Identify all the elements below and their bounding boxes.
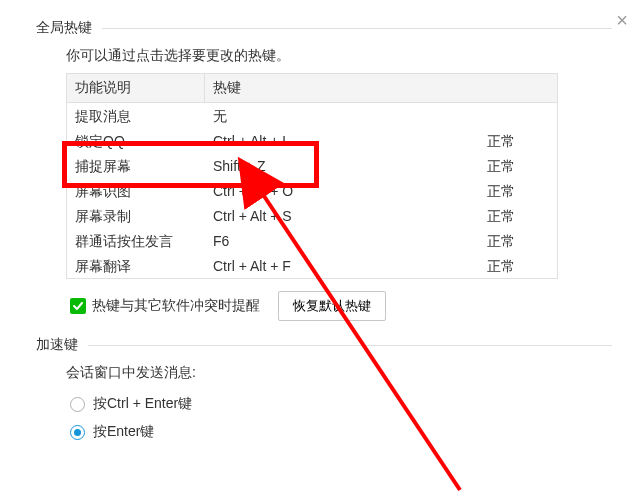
- radio-icon: [70, 425, 85, 440]
- send-message-label: 会话窗口中发送消息:: [66, 364, 612, 382]
- send-radio-group: 按Ctrl + Enter键 按Enter键: [66, 390, 612, 446]
- hotkey-table: 功能说明 热键 提取消息 无 锁定QQ Ctrl + Alt + L 正常: [66, 73, 558, 279]
- row-key: Shift + Z: [205, 154, 445, 178]
- conflict-checkbox[interactable]: 热键与其它软件冲突时提醒: [70, 297, 260, 315]
- row-key: Ctrl + Alt + L: [205, 129, 445, 153]
- close-icon[interactable]: ×: [616, 10, 628, 30]
- row-status: 正常: [445, 154, 557, 178]
- row-status: 正常: [445, 204, 557, 228]
- table-header: 功能说明 热键: [67, 74, 557, 103]
- radio-label: 按Ctrl + Enter键: [93, 395, 192, 413]
- global-hotkeys-section: 全局热键 你可以通过点击选择要更改的热键。 功能说明 热键 提取消息 无 锁定Q…: [36, 28, 612, 321]
- row-status: 正常: [445, 129, 557, 153]
- row-key: Ctrl + Alt + S: [205, 204, 445, 228]
- row-name: 群通话按住发言: [67, 229, 205, 253]
- row-name: 屏幕识图: [67, 179, 205, 203]
- table-row[interactable]: 屏幕识图 Ctrl + Alt + O 正常: [67, 178, 557, 203]
- row-name: 屏幕翻译: [67, 254, 205, 278]
- table-row[interactable]: 捕捉屏幕 Shift + Z 正常: [67, 153, 557, 178]
- settings-panel: 全局热键 你可以通过点击选择要更改的热键。 功能说明 热键 提取消息 无 锁定Q…: [0, 0, 640, 446]
- table-row[interactable]: 屏幕录制 Ctrl + Alt + S 正常: [67, 203, 557, 228]
- check-icon: [70, 298, 86, 314]
- global-hotkeys-desc: 你可以通过点击选择要更改的热键。: [66, 47, 612, 65]
- global-hotkeys-legend: 全局热键: [36, 19, 102, 37]
- radio-ctrl-enter[interactable]: 按Ctrl + Enter键: [70, 390, 612, 418]
- header-name: 功能说明: [67, 74, 205, 102]
- table-row[interactable]: 锁定QQ Ctrl + Alt + L 正常: [67, 128, 557, 153]
- accelerator-section: 加速键 会话窗口中发送消息: 按Ctrl + Enter键 按Enter键: [36, 345, 612, 446]
- conflict-label: 热键与其它软件冲突时提醒: [92, 297, 260, 315]
- table-row[interactable]: 提取消息 无: [67, 103, 557, 128]
- row-status: 正常: [445, 254, 557, 278]
- table-row[interactable]: 屏幕翻译 Ctrl + Alt + F 正常: [67, 253, 557, 278]
- row-name: 捕捉屏幕: [67, 154, 205, 178]
- row-key: Ctrl + Alt + O: [205, 179, 445, 203]
- accelerator-legend: 加速键: [36, 336, 88, 354]
- reset-hotkeys-button[interactable]: 恢复默认热键: [278, 291, 386, 321]
- radio-label: 按Enter键: [93, 423, 154, 441]
- row-name: 锁定QQ: [67, 129, 205, 153]
- row-status: 正常: [445, 229, 557, 253]
- row-name: 提取消息: [67, 104, 205, 128]
- row-name: 屏幕录制: [67, 204, 205, 228]
- radio-enter[interactable]: 按Enter键: [70, 418, 612, 446]
- row-status: 正常: [445, 179, 557, 203]
- row-key: 无: [205, 104, 445, 128]
- table-body: 提取消息 无 锁定QQ Ctrl + Alt + L 正常 捕捉屏幕 Shift…: [67, 103, 557, 278]
- radio-icon: [70, 397, 85, 412]
- table-row[interactable]: 群通话按住发言 F6 正常: [67, 228, 557, 253]
- row-key: Ctrl + Alt + F: [205, 254, 445, 278]
- row-key: F6: [205, 229, 445, 253]
- header-key: 热键: [205, 74, 557, 102]
